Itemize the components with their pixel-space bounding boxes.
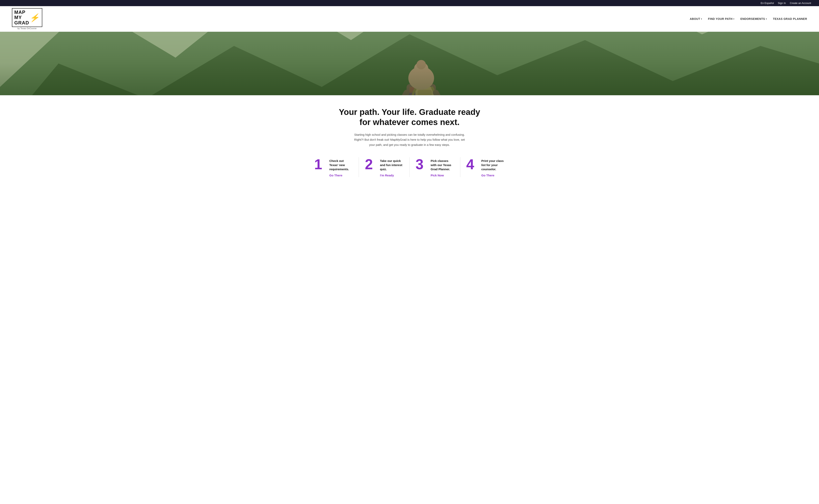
logo-line2: MY	[14, 15, 29, 20]
nav-texas-grad[interactable]: TEXAS GRAD PLANNER	[773, 17, 807, 20]
top-bar: En Español Sign In Create an Account	[0, 0, 819, 6]
logo-line1: MAP	[14, 10, 29, 15]
step-content-4: Print your class list for your counselor…	[481, 157, 505, 177]
logo-line3: GRAD	[14, 20, 29, 25]
step-number-2: 2	[365, 157, 377, 171]
find-path-dropdown-icon: ▾	[733, 18, 734, 20]
step-3: 3 Pick classes with our Texas Grad Plann…	[410, 157, 460, 177]
step-title-1: Check out Texas' new requirements.	[329, 159, 353, 171]
hero-background	[0, 32, 819, 95]
hero-overlay	[0, 32, 819, 95]
nav-find-path[interactable]: FIND YOUR PATH ▾	[708, 17, 734, 20]
language-link[interactable]: En Español	[761, 2, 774, 5]
step-number-1: 1	[314, 157, 326, 171]
step-link-4[interactable]: Go There	[481, 174, 495, 177]
step-4: 4 Print your class list for your counsel…	[460, 157, 511, 177]
logo-subtitle: by Texas OnCourse	[17, 27, 37, 30]
steps-section: 1 Check out Texas' new requirements. Go …	[300, 157, 519, 177]
logo-box: MAP MY GRAD ⚡	[12, 8, 42, 27]
step-link-2[interactable]: I'm Ready	[380, 174, 394, 177]
hero-image	[0, 32, 819, 95]
main-nav: ABOUT ▾ FIND YOUR PATH ▾ ENDORSEMENTS ▾ …	[690, 17, 807, 20]
main-heading: Your path. Your life. Graduate ready for…	[334, 107, 485, 127]
main-header: MAP MY GRAD ⚡ by Texas OnCourse ABOUT ▾ …	[0, 6, 819, 32]
step-2: 2 Take our quick and fun interest quiz. …	[359, 157, 410, 177]
logo[interactable]: MAP MY GRAD ⚡ by Texas OnCourse	[12, 8, 42, 30]
main-description: Starting high school and picking classes…	[354, 132, 465, 147]
content-section: Your path. Your life. Graduate ready for…	[330, 107, 489, 147]
nav-endorsements[interactable]: ENDORSEMENTS ▾	[740, 17, 767, 20]
about-dropdown-icon: ▾	[701, 18, 702, 20]
step-content-2: Take our quick and fun interest quiz. I'…	[380, 157, 403, 177]
step-title-2: Take our quick and fun interest quiz.	[380, 159, 403, 171]
step-number-3: 3	[416, 157, 428, 171]
create-account-link[interactable]: Create an Account	[790, 2, 811, 5]
step-number-4: 4	[466, 157, 478, 171]
step-content-1: Check out Texas' new requirements. Go Th…	[329, 157, 353, 177]
step-link-1[interactable]: Go There	[329, 174, 342, 177]
bolt-icon: ⚡	[29, 14, 40, 22]
nav-about[interactable]: ABOUT ▾	[690, 17, 702, 20]
step-link-3[interactable]: Pick Now	[431, 174, 444, 177]
step-1: 1 Check out Texas' new requirements. Go …	[308, 157, 359, 177]
endorsements-dropdown-icon: ▾	[766, 18, 767, 20]
signin-link[interactable]: Sign In	[778, 2, 786, 5]
step-title-3: Pick classes with our Texas Grad Planner…	[431, 159, 454, 171]
step-title-4: Print your class list for your counselor…	[481, 159, 505, 171]
step-content-3: Pick classes with our Texas Grad Planner…	[431, 157, 454, 177]
